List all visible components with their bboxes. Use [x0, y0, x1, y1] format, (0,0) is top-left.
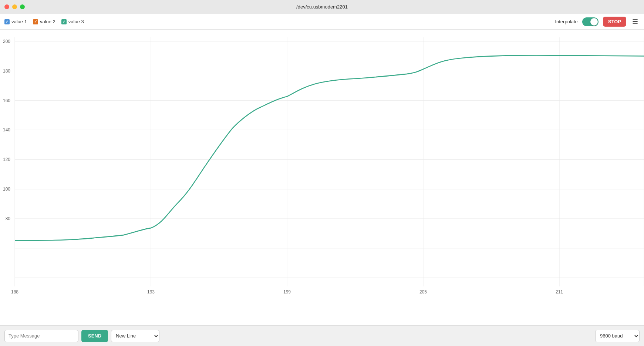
x-label-205: 205: [419, 289, 427, 295]
legend-label-value3: value 3: [68, 19, 84, 24]
maximize-button[interactable]: [20, 4, 25, 9]
stop-button[interactable]: STOP: [603, 17, 626, 27]
toolbar-right: Interpolate STOP ☰: [555, 16, 640, 27]
interpolate-toggle[interactable]: [582, 17, 599, 26]
legend-label-value1: value 1: [11, 19, 27, 24]
checkbox-value3[interactable]: ✓: [61, 19, 67, 24]
newline-select[interactable]: New Line Carriage Return Both NL & CR No…: [111, 330, 159, 342]
bottom-bar: SEND New Line Carriage Return Both NL & …: [0, 325, 644, 346]
y-label-100: 100: [3, 187, 10, 192]
checkbox-value1[interactable]: ✓: [4, 19, 10, 24]
legend-item-value3[interactable]: ✓ value 3: [61, 19, 84, 24]
y-label-180: 180: [3, 68, 10, 73]
send-button[interactable]: SEND: [81, 330, 108, 342]
y-label-160: 160: [3, 98, 10, 103]
x-label-188: 188: [11, 289, 18, 295]
x-label-193: 193: [147, 289, 155, 295]
message-input[interactable]: [4, 330, 78, 342]
y-label-140: 140: [3, 127, 10, 132]
close-button[interactable]: [4, 4, 9, 9]
y-label-80: 80: [6, 216, 10, 221]
chart-container: 200 180 160 140 120 100 80 188 193 199 2…: [0, 30, 644, 325]
legend-label-value2: value 2: [40, 19, 55, 24]
chart-svg: 200 180 160 140 120 100 80 188 193 199 2…: [0, 30, 644, 325]
toggle-knob: [590, 18, 598, 26]
legend: ✓ value 1 ✓ value 2 ✓ value 3: [4, 19, 555, 24]
interpolate-label: Interpolate: [555, 19, 577, 24]
y-label-200: 200: [3, 38, 10, 44]
title-bar: /dev/cu.usbmodem2201: [0, 0, 644, 14]
x-label-199: 199: [283, 289, 291, 295]
checkbox-value2[interactable]: ✓: [33, 19, 38, 24]
baud-select[interactable]: 300 baud 1200 baud 2400 baud 4800 baud 9…: [595, 330, 640, 342]
chart-line-value3: [15, 55, 644, 240]
y-label-120: 120: [3, 157, 10, 162]
x-label-211: 211: [556, 289, 563, 295]
window-controls: [4, 4, 25, 9]
legend-item-value2[interactable]: ✓ value 2: [33, 19, 55, 24]
legend-item-value1[interactable]: ✓ value 1: [4, 19, 27, 24]
minimize-button[interactable]: [12, 4, 17, 9]
window-title: /dev/cu.usbmodem2201: [296, 4, 348, 10]
toolbar: ✓ value 1 ✓ value 2 ✓ value 3 Interpolat…: [0, 14, 644, 30]
menu-icon[interactable]: ☰: [631, 16, 640, 27]
